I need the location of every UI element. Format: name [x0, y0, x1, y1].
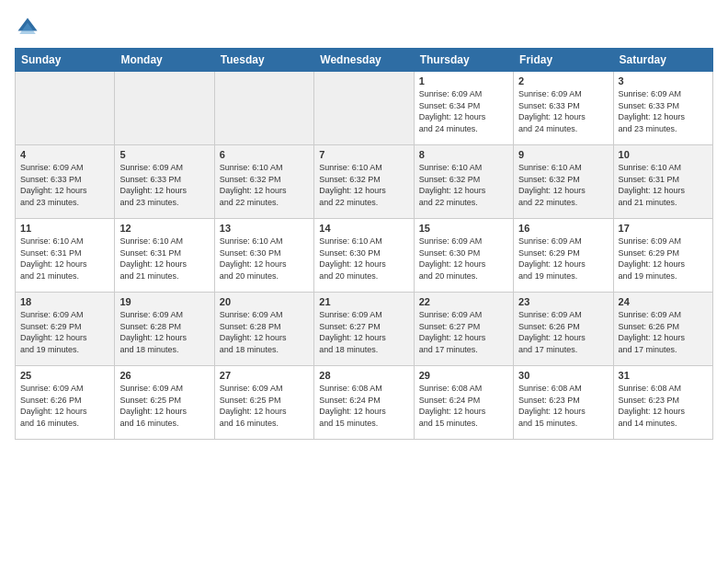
day-number: 7 [319, 149, 408, 160]
day-info: Sunrise: 6:09 AM Sunset: 6:27 PM Dayligh… [319, 309, 408, 355]
day-number: 30 [518, 370, 608, 381]
day-number: 31 [619, 370, 708, 381]
day-number: 15 [419, 223, 508, 234]
day-number: 25 [20, 370, 109, 381]
day-info: Sunrise: 6:09 AM Sunset: 6:25 PM Dayligh… [220, 383, 309, 429]
day-cell: 10Sunrise: 6:10 AM Sunset: 6:31 PM Dayli… [613, 145, 712, 219]
day-info: Sunrise: 6:10 AM Sunset: 6:32 PM Dayligh… [220, 162, 309, 208]
day-info: Sunrise: 6:09 AM Sunset: 6:29 PM Dayligh… [518, 236, 608, 282]
day-cell: 28Sunrise: 6:08 AM Sunset: 6:24 PM Dayli… [314, 366, 414, 440]
day-number: 14 [319, 223, 408, 234]
day-cell [314, 72, 414, 145]
logo-icon [15, 15, 40, 40]
day-info: Sunrise: 6:09 AM Sunset: 6:33 PM Dayligh… [119, 162, 209, 208]
day-info: Sunrise: 6:08 AM Sunset: 6:24 PM Dayligh… [419, 383, 508, 429]
day-number: 6 [220, 149, 309, 160]
day-cell: 3Sunrise: 6:09 AM Sunset: 6:33 PM Daylig… [613, 72, 712, 145]
calendar-table: SundayMondayTuesdayWednesdayThursdayFrid… [15, 48, 713, 440]
day-cell: 7Sunrise: 6:10 AM Sunset: 6:32 PM Daylig… [314, 145, 414, 219]
day-cell: 23Sunrise: 6:09 AM Sunset: 6:26 PM Dayli… [514, 293, 613, 366]
day-cell: 5Sunrise: 6:09 AM Sunset: 6:33 PM Daylig… [115, 145, 214, 219]
day-number: 10 [619, 149, 708, 160]
day-info: Sunrise: 6:10 AM Sunset: 6:31 PM Dayligh… [20, 236, 109, 282]
header-cell-friday: Friday [514, 49, 613, 72]
day-info: Sunrise: 6:10 AM Sunset: 6:30 PM Dayligh… [319, 236, 408, 282]
header-cell-sunday: Sunday [16, 49, 115, 72]
day-number: 17 [619, 223, 708, 234]
day-cell: 30Sunrise: 6:08 AM Sunset: 6:23 PM Dayli… [514, 366, 613, 440]
day-number: 13 [220, 223, 309, 234]
week-row-1: 4Sunrise: 6:09 AM Sunset: 6:33 PM Daylig… [16, 145, 713, 219]
day-number: 21 [319, 296, 408, 307]
week-row-0: 1Sunrise: 6:09 AM Sunset: 6:34 PM Daylig… [16, 72, 713, 145]
day-info: Sunrise: 6:09 AM Sunset: 6:27 PM Dayligh… [419, 309, 508, 355]
day-cell: 31Sunrise: 6:08 AM Sunset: 6:23 PM Dayli… [613, 366, 712, 440]
day-number: 22 [419, 296, 508, 307]
day-cell: 16Sunrise: 6:09 AM Sunset: 6:29 PM Dayli… [514, 219, 613, 293]
day-info: Sunrise: 6:09 AM Sunset: 6:26 PM Dayligh… [20, 383, 109, 429]
day-cell [214, 72, 313, 145]
day-info: Sunrise: 6:10 AM Sunset: 6:32 PM Dayligh… [319, 162, 408, 208]
day-cell: 14Sunrise: 6:10 AM Sunset: 6:30 PM Dayli… [314, 219, 414, 293]
day-info: Sunrise: 6:09 AM Sunset: 6:33 PM Dayligh… [518, 88, 608, 134]
day-number: 23 [518, 296, 608, 307]
week-row-2: 11Sunrise: 6:10 AM Sunset: 6:31 PM Dayli… [16, 219, 713, 293]
logo [15, 15, 44, 40]
day-info: Sunrise: 6:10 AM Sunset: 6:32 PM Dayligh… [419, 162, 508, 208]
day-number: 1 [419, 75, 508, 86]
day-info: Sunrise: 6:09 AM Sunset: 6:25 PM Dayligh… [119, 383, 209, 429]
day-info: Sunrise: 6:09 AM Sunset: 6:26 PM Dayligh… [518, 309, 608, 355]
day-info: Sunrise: 6:09 AM Sunset: 6:33 PM Dayligh… [20, 162, 109, 208]
day-info: Sunrise: 6:09 AM Sunset: 6:26 PM Dayligh… [619, 309, 708, 355]
day-number: 4 [20, 149, 109, 160]
calendar-body: 1Sunrise: 6:09 AM Sunset: 6:34 PM Daylig… [16, 72, 713, 440]
header-cell-thursday: Thursday [414, 49, 513, 72]
day-info: Sunrise: 6:08 AM Sunset: 6:23 PM Dayligh… [518, 383, 608, 429]
day-info: Sunrise: 6:09 AM Sunset: 6:34 PM Dayligh… [419, 88, 508, 134]
day-cell: 1Sunrise: 6:09 AM Sunset: 6:34 PM Daylig… [414, 72, 513, 145]
day-info: Sunrise: 6:10 AM Sunset: 6:31 PM Dayligh… [119, 236, 209, 282]
week-row-3: 18Sunrise: 6:09 AM Sunset: 6:29 PM Dayli… [16, 293, 713, 366]
day-cell: 11Sunrise: 6:10 AM Sunset: 6:31 PM Dayli… [16, 219, 115, 293]
day-cell: 19Sunrise: 6:09 AM Sunset: 6:28 PM Dayli… [115, 293, 214, 366]
day-cell: 27Sunrise: 6:09 AM Sunset: 6:25 PM Dayli… [214, 366, 313, 440]
day-info: Sunrise: 6:09 AM Sunset: 6:28 PM Dayligh… [220, 309, 309, 355]
day-number: 5 [119, 149, 209, 160]
day-cell: 21Sunrise: 6:09 AM Sunset: 6:27 PM Dayli… [314, 293, 414, 366]
day-info: Sunrise: 6:09 AM Sunset: 6:30 PM Dayligh… [419, 236, 508, 282]
day-cell: 6Sunrise: 6:10 AM Sunset: 6:32 PM Daylig… [214, 145, 313, 219]
day-number: 24 [619, 296, 708, 307]
day-cell: 29Sunrise: 6:08 AM Sunset: 6:24 PM Dayli… [414, 366, 513, 440]
day-number: 26 [119, 370, 209, 381]
day-info: Sunrise: 6:09 AM Sunset: 6:28 PM Dayligh… [119, 309, 209, 355]
day-info: Sunrise: 6:09 AM Sunset: 6:29 PM Dayligh… [20, 309, 109, 355]
day-info: Sunrise: 6:10 AM Sunset: 6:30 PM Dayligh… [220, 236, 309, 282]
header-cell-wednesday: Wednesday [314, 49, 414, 72]
day-number: 3 [619, 75, 708, 86]
day-cell: 18Sunrise: 6:09 AM Sunset: 6:29 PM Dayli… [16, 293, 115, 366]
day-number: 29 [419, 370, 508, 381]
day-cell: 2Sunrise: 6:09 AM Sunset: 6:33 PM Daylig… [514, 72, 613, 145]
day-number: 27 [220, 370, 309, 381]
day-number: 11 [20, 223, 109, 234]
day-cell: 4Sunrise: 6:09 AM Sunset: 6:33 PM Daylig… [16, 145, 115, 219]
day-cell: 25Sunrise: 6:09 AM Sunset: 6:26 PM Dayli… [16, 366, 115, 440]
day-number: 9 [518, 149, 608, 160]
header-cell-monday: Monday [115, 49, 214, 72]
day-number: 18 [20, 296, 109, 307]
day-number: 16 [518, 223, 608, 234]
day-info: Sunrise: 6:08 AM Sunset: 6:24 PM Dayligh… [319, 383, 408, 429]
header-cell-saturday: Saturday [613, 49, 712, 72]
day-cell: 9Sunrise: 6:10 AM Sunset: 6:32 PM Daylig… [514, 145, 613, 219]
day-number: 2 [518, 75, 608, 86]
day-cell: 24Sunrise: 6:09 AM Sunset: 6:26 PM Dayli… [613, 293, 712, 366]
day-cell: 12Sunrise: 6:10 AM Sunset: 6:31 PM Dayli… [115, 219, 214, 293]
week-row-4: 25Sunrise: 6:09 AM Sunset: 6:26 PM Dayli… [16, 366, 713, 440]
day-number: 28 [319, 370, 408, 381]
header-cell-tuesday: Tuesday [214, 49, 313, 72]
day-number: 19 [119, 296, 209, 307]
day-cell [16, 72, 115, 145]
day-cell: 17Sunrise: 6:09 AM Sunset: 6:29 PM Dayli… [613, 219, 712, 293]
day-cell: 8Sunrise: 6:10 AM Sunset: 6:32 PM Daylig… [414, 145, 513, 219]
day-number: 12 [119, 223, 209, 234]
